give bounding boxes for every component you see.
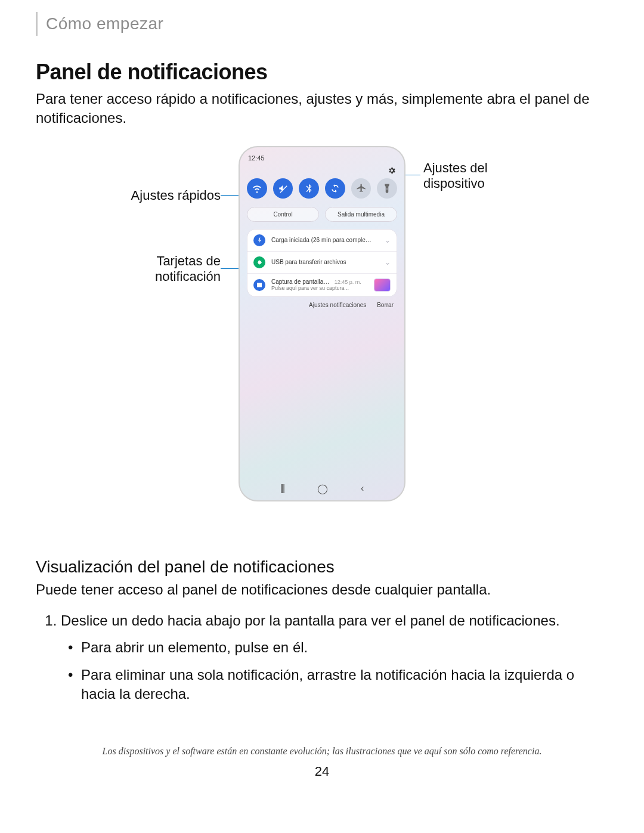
gear-small-icon	[253, 256, 265, 268]
rotation-toggle[interactable]	[325, 178, 345, 199]
callout-device-settings: Ajustes del dispositivo	[423, 160, 578, 192]
bolt-icon	[253, 234, 265, 246]
phone-mockup: 12:45	[239, 146, 405, 501]
callout-device-settings-l1: Ajustes del	[423, 160, 488, 175]
page-number: 24	[36, 764, 608, 779]
chevron-down-icon: ⌄	[385, 236, 391, 244]
nav-bar: ||| ◯ ‹	[240, 483, 404, 494]
intro-paragraph: Para tener acceso rápido a notificacione…	[36, 89, 608, 128]
notification-screenshot-sub: Pulse aquí para ver su captura ..	[271, 285, 368, 291]
bluetooth-toggle[interactable]	[299, 178, 319, 199]
airplane-toggle[interactable]	[351, 178, 371, 199]
nav-back[interactable]: ‹	[361, 483, 364, 494]
gear-icon[interactable]	[388, 166, 396, 175]
wifi-icon	[252, 183, 262, 194]
pill-control[interactable]: Control	[247, 207, 319, 222]
notification-settings-link[interactable]: Ajustes notificaciones	[309, 302, 366, 308]
notification-charging[interactable]: Carga iniciada (26 min para comple… ⌄	[247, 230, 397, 252]
nav-recent[interactable]: |||	[280, 483, 284, 494]
bullet-dismiss-item: Para eliminar una sola notificación, arr…	[81, 665, 608, 704]
callout-notification-cards: Tarjetas de notificación	[54, 253, 221, 285]
bullet-open-item: Para abrir un elemento, pulse en él.	[81, 638, 608, 657]
bluetooth-icon	[304, 183, 314, 194]
rotation-icon	[330, 183, 340, 194]
quick-settings-row	[240, 178, 404, 199]
notification-screenshot-time: 12:45 p. m.	[335, 279, 361, 285]
illustration: Ajustes rápidos Tarjetas de notificación…	[36, 146, 608, 528]
notification-usb[interactable]: USB para transferir archivos ⌄	[247, 252, 397, 274]
section-intro: Puede tener acceso al panel de notificac…	[36, 580, 608, 599]
flashlight-icon	[382, 183, 392, 194]
airplane-icon	[356, 183, 367, 194]
callout-notification-cards-l1: Tarjetas de	[156, 253, 221, 268]
sound-toggle[interactable]	[273, 178, 293, 199]
breadcrumb: Cómo empezar	[36, 12, 608, 36]
notification-screenshot-title: Captura de pantalla…	[271, 278, 329, 285]
status-bar-time: 12:45	[240, 147, 404, 162]
wifi-toggle[interactable]	[247, 178, 267, 199]
flashlight-toggle[interactable]	[377, 178, 397, 199]
image-icon	[253, 279, 265, 291]
footnote: Los dispositivos y el software están en …	[36, 746, 608, 757]
section-subtitle: Visualización del panel de notificacione…	[36, 558, 608, 577]
chevron-down-icon: ⌄	[385, 258, 391, 267]
callout-notification-cards-l2: notificación	[155, 269, 221, 284]
step-1-text: Deslice un dedo hacia abajo por la panta…	[61, 612, 560, 628]
page-title: Panel de notificaciones	[36, 60, 608, 85]
step-1: Deslice un dedo hacia abajo por la panta…	[61, 611, 608, 704]
nav-home[interactable]: ◯	[317, 483, 328, 494]
notification-cards: Carga iniciada (26 min para comple… ⌄ US…	[247, 229, 397, 297]
callout-quick-settings: Ajustes rápidos	[54, 188, 221, 203]
notification-usb-text: USB para transferir archivos	[271, 259, 379, 265]
callout-device-settings-l2: dispositivo	[423, 176, 485, 191]
pill-media-output[interactable]: Salida multimedia	[325, 207, 397, 222]
clear-notifications-button[interactable]: Borrar	[377, 302, 394, 308]
notification-charging-text: Carga iniciada (26 min para comple…	[271, 237, 379, 243]
screenshot-thumbnail	[374, 278, 391, 292]
sound-off-icon	[278, 183, 289, 194]
notification-screenshot[interactable]: Captura de pantalla… 12:45 p. m. Pulse a…	[247, 274, 397, 296]
